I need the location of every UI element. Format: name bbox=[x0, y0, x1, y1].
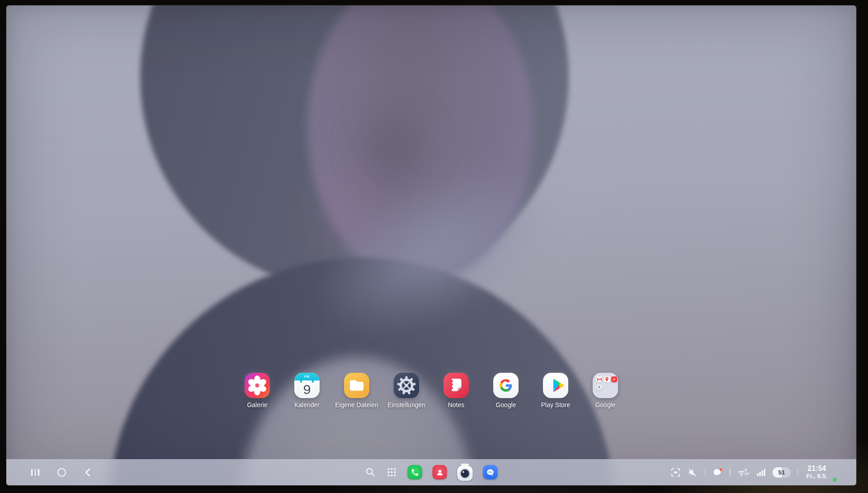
add-apps-mini-icon: + bbox=[596, 384, 602, 390]
battery-indicator: 51 bbox=[773, 467, 791, 478]
status-separator bbox=[797, 469, 798, 476]
wallpaper-s-highlight bbox=[289, 131, 584, 371]
photo-vignette bbox=[6, 5, 856, 485]
status-time: 21:54 bbox=[807, 465, 826, 473]
status-separator bbox=[705, 469, 706, 476]
dock-app-google[interactable]: Google bbox=[482, 373, 529, 408]
sound-muted-icon bbox=[688, 468, 697, 477]
apps-grid-button[interactable] bbox=[387, 467, 397, 478]
home-icon bbox=[57, 468, 66, 477]
screen-capture-button[interactable] bbox=[670, 467, 681, 478]
home-screen-dock: Galerie FR 9 Kalender bbox=[6, 373, 856, 408]
quick-settings-wifi[interactable]: 6 bbox=[737, 467, 750, 478]
lens-highlight bbox=[462, 471, 464, 473]
status-separator bbox=[730, 469, 731, 476]
recents-button[interactable] bbox=[30, 467, 41, 478]
calendar-app-icon: FR 9 bbox=[294, 373, 320, 398]
wallpaper-top-ring bbox=[140, 5, 569, 291]
messages-app-icon bbox=[486, 468, 495, 477]
note-glyph bbox=[443, 373, 469, 398]
wallpaper-mauve-blob bbox=[296, 149, 391, 276]
play-store-app-icon bbox=[543, 373, 568, 398]
wallpaper-shade-blob bbox=[346, 93, 441, 206]
phone-app-icon bbox=[410, 468, 419, 477]
apps-grid-icon bbox=[388, 468, 396, 476]
app-label: Eigene Dateien bbox=[335, 401, 378, 408]
messages-app-button[interactable] bbox=[483, 465, 498, 479]
app-label: Notes bbox=[448, 401, 465, 408]
gmail-mini-icon bbox=[596, 376, 602, 382]
google-app-icon bbox=[493, 373, 519, 398]
google-g-glyph bbox=[493, 373, 519, 398]
signal-strength-icon bbox=[757, 468, 766, 476]
notification-bubble-button[interactable] bbox=[712, 467, 723, 478]
youtube-mini-icon bbox=[611, 376, 617, 382]
device-frame: Galerie FR 9 Kalender bbox=[0, 0, 868, 493]
search-button[interactable] bbox=[365, 467, 376, 478]
signal-strength bbox=[756, 467, 767, 478]
wallpaper-top-hole bbox=[307, 5, 533, 282]
camera-app-button[interactable] bbox=[458, 464, 473, 481]
camera-lens bbox=[459, 468, 471, 479]
tablet-screen: Galerie FR 9 Kalender bbox=[6, 5, 856, 485]
search-icon bbox=[366, 467, 376, 477]
wifi6-icon: 6 bbox=[737, 468, 750, 477]
dock-app-notes[interactable]: Notes bbox=[433, 373, 480, 408]
clock-area[interactable]: 21:54 Fr., 9.5. bbox=[806, 465, 827, 480]
dock-app-eigene-dateien[interactable]: Eigene Dateien bbox=[333, 373, 380, 408]
dock-app-kalender[interactable]: FR 9 Kalender bbox=[283, 373, 330, 408]
taskbar-center bbox=[365, 459, 498, 485]
home-button[interactable] bbox=[56, 467, 67, 478]
phone-app-button[interactable] bbox=[408, 465, 422, 479]
app-label: Einstellungen bbox=[387, 401, 425, 408]
recents-icon bbox=[31, 469, 39, 476]
folder-glyph bbox=[344, 373, 369, 398]
gallery-app-icon bbox=[245, 373, 270, 398]
app-label: Galerie bbox=[247, 401, 267, 408]
notes-app-icon bbox=[443, 373, 469, 398]
navigation-buttons bbox=[30, 459, 93, 485]
dock-app-play-store[interactable]: Play Store bbox=[532, 373, 579, 408]
dock-app-einstellungen[interactable]: Einstellungen bbox=[383, 373, 430, 408]
camera-app-icon bbox=[458, 466, 473, 481]
wallpaper-bottom-ring bbox=[108, 258, 615, 485]
flower-glyph bbox=[245, 373, 270, 398]
back-icon bbox=[85, 468, 91, 477]
dock-folder-google[interactable]: + Google bbox=[582, 373, 629, 408]
app-label: Google bbox=[595, 401, 615, 408]
battery-percent: 51 bbox=[773, 467, 791, 478]
my-files-app-icon bbox=[344, 373, 369, 398]
status-date: Fr., 9.5. bbox=[806, 473, 827, 480]
privacy-indicator-dot bbox=[833, 478, 836, 481]
calendar-day: 9 bbox=[294, 380, 320, 398]
notification-bubble-icon bbox=[712, 468, 723, 477]
mute-button[interactable] bbox=[687, 467, 698, 478]
app-label: Play Store bbox=[541, 401, 571, 408]
contacts-app-button[interactable] bbox=[433, 465, 447, 479]
app-label: Google bbox=[495, 401, 516, 408]
taskbar-status-area: 6 bbox=[670, 459, 836, 485]
calendar-weekday: FR bbox=[294, 373, 320, 380]
maps-mini-icon bbox=[604, 376, 610, 382]
taskbar: 6 bbox=[6, 459, 856, 485]
back-button[interactable] bbox=[82, 467, 93, 478]
dock-app-galerie[interactable]: Galerie bbox=[234, 373, 281, 408]
gear-glyph bbox=[394, 373, 419, 398]
screen-capture-icon bbox=[671, 468, 680, 477]
svg-text:6: 6 bbox=[745, 468, 747, 472]
app-label: Kalender bbox=[294, 401, 320, 408]
contacts-app-icon bbox=[435, 468, 444, 477]
settings-app-icon bbox=[394, 373, 419, 398]
google-folder-icon: + bbox=[593, 373, 618, 398]
play-triangle-glyph bbox=[543, 373, 568, 398]
